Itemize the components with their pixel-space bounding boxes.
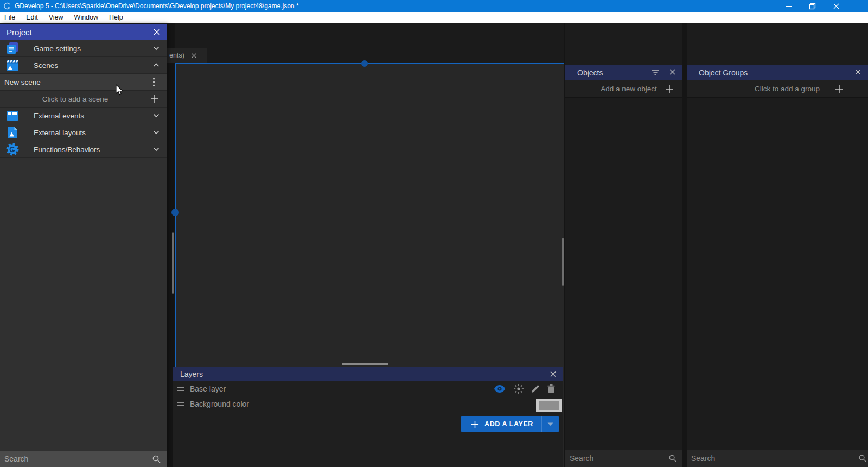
scene-name: New scene	[4, 78, 41, 86]
object-groups-panel-header: Object Groups	[687, 65, 868, 80]
object-groups-search-bar	[687, 450, 868, 467]
external-layouts-icon	[5, 125, 20, 140]
layer-delete-trash-icon[interactable]	[547, 384, 556, 394]
chevron-down-icon	[153, 147, 159, 152]
layers-panel-header: Layers	[173, 367, 563, 381]
background-color-swatch[interactable]	[536, 399, 562, 412]
sidebar-item-external-layouts[interactable]: External layouts	[0, 124, 167, 141]
game-settings-icon	[5, 41, 20, 55]
add-object-plus-icon[interactable]	[665, 85, 674, 93]
chevron-up-icon	[153, 63, 159, 67]
menu-edit[interactable]: Edit	[21, 12, 43, 23]
sidebar-item-label: External layouts	[34, 129, 86, 137]
objects-panel-header: Objects	[565, 65, 682, 80]
filter-icon[interactable]	[652, 68, 659, 78]
chevron-down-icon	[153, 130, 159, 135]
external-events-icon	[5, 109, 20, 123]
layer-visibility-eye-icon[interactable]	[494, 384, 506, 393]
window-title: GDevelop 5 - C:\Users\Sparkle\OneDrive\D…	[15, 2, 299, 10]
objects-search-input[interactable]	[565, 454, 668, 463]
scene-options-menu-icon[interactable]	[153, 78, 155, 86]
sidebar-item-label: Scenes	[34, 61, 58, 70]
panel-gutter	[682, 23, 687, 467]
layer-name: Base layer	[190, 384, 226, 393]
tab-close-icon[interactable]	[191, 53, 197, 59]
menu-file[interactable]: File	[0, 12, 21, 23]
project-panel-close-button[interactable]	[153, 28, 161, 36]
window-controls	[776, 0, 848, 12]
close-icon	[833, 3, 840, 10]
add-layer-dropdown-button[interactable]	[541, 416, 559, 432]
sidebar-item-game-settings[interactable]: Game settings	[0, 40, 167, 57]
layers-panel-resize-handle[interactable]	[342, 363, 388, 365]
plus-icon	[471, 420, 479, 428]
layers-panel: Layers Base layer	[173, 367, 563, 467]
layer-row-background-color[interactable]: Background color	[173, 396, 563, 412]
layer-drag-handle-icon[interactable]	[177, 402, 184, 406]
layer-edit-pencil-icon[interactable]	[531, 384, 540, 394]
minimize-button[interactable]	[776, 0, 800, 12]
sidebar-item-functions-behaviors[interactable]: Functions/Behaviors	[0, 141, 167, 158]
add-scene-row[interactable]: Click to add a scene	[0, 91, 167, 108]
canvas-selection-border-top	[175, 63, 564, 64]
workspace: ents) Project	[0, 23, 868, 467]
add-scene-label: Click to add a scene	[0, 95, 167, 103]
close-icon	[153, 28, 161, 36]
project-search-bar	[0, 451, 167, 467]
objects-panel-title: Objects	[577, 68, 603, 77]
menu-window[interactable]: Window	[69, 12, 104, 23]
object-groups-panel-close-button[interactable]	[854, 68, 861, 78]
search-icon	[668, 454, 677, 463]
project-panel-header: Project	[0, 24, 167, 40]
layer-effects-icon[interactable]	[513, 383, 524, 394]
add-group-plus-icon[interactable]	[835, 85, 844, 93]
title-bar: GDevelop 5 - C:\Users\Sparkle\OneDrive\D…	[0, 0, 868, 12]
add-scene-plus-icon[interactable]	[150, 94, 159, 103]
object-groups-panel-title: Object Groups	[699, 68, 748, 77]
objects-panel-close-button[interactable]	[669, 68, 676, 78]
close-icon	[550, 371, 557, 378]
restore-button[interactable]	[800, 0, 824, 12]
layer-name: Background color	[190, 400, 249, 408]
scene-events-tab[interactable]: ents)	[164, 48, 207, 63]
objects-panel-resize-handle[interactable]	[562, 238, 564, 286]
objects-panel: Objects Add a new object	[565, 23, 682, 467]
add-object-row[interactable]: Add a new object	[565, 80, 682, 98]
add-layer-button-label: ADD A LAYER	[484, 420, 533, 428]
sidebar-item-label: Game settings	[34, 45, 81, 53]
restore-icon	[809, 3, 816, 10]
add-layer-button[interactable]: ADD A LAYER	[461, 416, 559, 432]
close-button[interactable]	[824, 0, 848, 12]
scene-list-item-new-scene[interactable]: New scene	[0, 74, 167, 91]
sidebar-item-scenes[interactable]: Scenes	[0, 57, 167, 74]
project-panel-resize-handle[interactable]	[172, 232, 174, 294]
chevron-down-icon	[153, 46, 159, 51]
layer-drag-handle-icon[interactable]	[177, 387, 184, 391]
tab-label: ents)	[169, 52, 184, 59]
gdevelop-window: GDevelop 5 - C:\Users\Sparkle\OneDrive\D…	[0, 0, 868, 467]
sidebar-item-label: External events	[34, 112, 84, 120]
add-group-row[interactable]: Click to add a group	[687, 80, 868, 98]
layer-row-base-layer[interactable]: Base layer	[173, 381, 563, 396]
background-color-value	[539, 401, 559, 410]
selection-handle-top[interactable]	[361, 60, 368, 67]
close-icon	[854, 68, 861, 75]
gdevelop-logo-icon	[3, 2, 11, 10]
layers-panel-close-button[interactable]	[550, 371, 557, 378]
close-icon	[669, 68, 676, 75]
project-search-input[interactable]	[0, 455, 152, 463]
object-groups-panel: Object Groups Click to add a group	[687, 23, 868, 467]
sidebar-item-external-events[interactable]: External events	[0, 108, 167, 124]
search-icon	[152, 455, 161, 464]
menu-view[interactable]: View	[43, 12, 69, 23]
minimize-icon	[785, 3, 792, 10]
project-panel: Project Game	[0, 24, 167, 467]
scenes-icon	[5, 58, 20, 72]
menu-help[interactable]: Help	[104, 12, 129, 23]
layers-panel-title: Layers	[180, 370, 203, 378]
sidebar-item-label: Functions/Behaviors	[34, 146, 100, 154]
selection-handle-left[interactable]	[171, 209, 179, 216]
object-groups-search-input[interactable]	[687, 454, 858, 463]
menu-bar: File Edit View Window Help	[0, 12, 868, 23]
search-icon	[858, 454, 867, 463]
